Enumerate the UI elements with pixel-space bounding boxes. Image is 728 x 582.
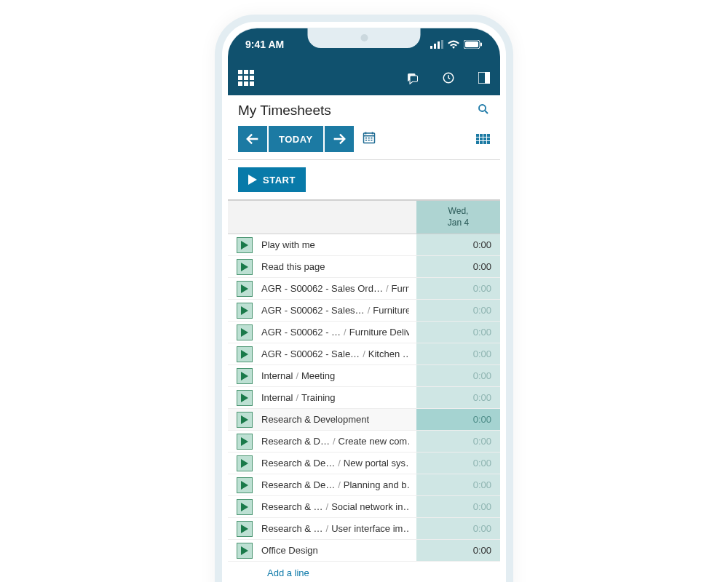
timesheet-row[interactable]: AGR - S00062 - … / Furniture Deliv…0:00 xyxy=(228,322,500,343)
row-time[interactable]: 0:00 xyxy=(416,365,500,386)
play-icon[interactable] xyxy=(237,455,253,471)
svg-marker-32 xyxy=(241,394,248,402)
row-time[interactable]: 0:00 xyxy=(416,431,500,452)
date-column-header: Wed, Jan 4 xyxy=(416,201,500,234)
row-label: Research & … / Social network in… xyxy=(261,501,409,512)
play-icon[interactable] xyxy=(237,281,253,297)
play-icon[interactable] xyxy=(237,390,253,406)
svg-marker-36 xyxy=(241,481,248,490)
svg-marker-27 xyxy=(241,284,248,293)
row-time[interactable]: 0:00 xyxy=(416,300,500,321)
timesheet-row[interactable]: Research & D… / Create new com…0:00 xyxy=(228,431,500,453)
row-label: Research & Development xyxy=(261,414,369,425)
timesheet-row[interactable]: Read this page0:00 xyxy=(228,256,500,278)
row-time[interactable]: 0:00 xyxy=(416,540,500,561)
play-icon[interactable] xyxy=(237,346,253,362)
play-icon[interactable] xyxy=(237,324,253,340)
svg-marker-39 xyxy=(241,546,248,555)
timesheet-row[interactable]: Research & De… / Planning and b…0:00 xyxy=(228,474,500,496)
play-icon[interactable] xyxy=(237,543,253,559)
signal-icon xyxy=(430,40,443,49)
row-time[interactable]: 0:00 xyxy=(416,343,500,364)
svg-rect-0 xyxy=(430,46,432,49)
row-label: Research & De… / Planning and b… xyxy=(261,479,409,490)
clock-icon[interactable] xyxy=(442,71,455,84)
svg-marker-33 xyxy=(241,415,248,424)
battery-icon xyxy=(464,40,483,49)
play-icon[interactable] xyxy=(237,368,253,384)
play-icon[interactable] xyxy=(237,259,253,275)
next-day-button[interactable] xyxy=(325,126,354,152)
prev-day-button[interactable] xyxy=(238,126,267,152)
app-bar xyxy=(228,60,500,95)
play-icon[interactable] xyxy=(237,303,253,319)
wifi-icon xyxy=(448,40,459,49)
row-time[interactable]: 0:00 xyxy=(416,453,500,474)
play-icon[interactable] xyxy=(237,412,253,428)
row-label: AGR - S00062 - Sales Ord… / Furn… xyxy=(261,283,409,294)
row-label: Research & … / User interface im… xyxy=(261,523,409,534)
timesheet-rows: Play with me0:00Read this page0:00AGR - … xyxy=(228,234,500,562)
row-time[interactable]: 0:00 xyxy=(416,518,500,539)
timesheet-row[interactable]: Research & Development0:00 xyxy=(228,409,500,431)
timesheet-row[interactable]: AGR - S00062 - Sales Ord… / Furn…0:00 xyxy=(228,278,500,300)
svg-rect-17 xyxy=(368,137,369,139)
row-time[interactable]: 0:00 xyxy=(416,496,500,517)
timesheet-row[interactable]: Internal / Meeting0:00 xyxy=(228,365,500,387)
row-label: Research & D… / Create new com… xyxy=(261,436,409,447)
row-label: AGR - S00062 - Sales… / Furniture… xyxy=(261,305,409,316)
svg-rect-16 xyxy=(365,137,366,139)
svg-rect-3 xyxy=(441,40,443,49)
timesheet-row[interactable]: AGR - S00062 - Sales… / Furniture…0:00 xyxy=(228,300,500,322)
row-time[interactable]: 0:00 xyxy=(416,474,500,495)
row-label: Internal / Meeting xyxy=(261,370,335,381)
svg-marker-34 xyxy=(241,437,248,446)
play-icon[interactable] xyxy=(237,499,253,515)
svg-rect-9 xyxy=(485,72,490,84)
add-line-button[interactable]: Add a line xyxy=(228,562,500,582)
row-label: Internal / Training xyxy=(261,392,335,403)
page-header: My Timesheets xyxy=(228,95,500,123)
play-icon[interactable] xyxy=(237,521,253,537)
svg-marker-28 xyxy=(241,306,248,315)
timesheet-row[interactable]: Research & … / Social network in…0:00 xyxy=(228,496,500,518)
timesheet-row[interactable]: Research & … / User interface im…0:00 xyxy=(228,518,500,540)
svg-marker-31 xyxy=(241,372,248,380)
calendar-icon[interactable] xyxy=(363,131,376,147)
play-icon[interactable] xyxy=(237,237,253,253)
timesheet-row[interactable]: Internal / Training0:00 xyxy=(228,387,500,409)
svg-rect-21 xyxy=(371,140,372,141)
page-title: My Timesheets xyxy=(238,103,331,119)
svg-marker-29 xyxy=(241,328,248,337)
svg-rect-20 xyxy=(368,140,369,141)
timesheet-row[interactable]: Play with me0:00 xyxy=(228,234,500,256)
timesheet-row[interactable]: Research & De… / New portal sys…0:00 xyxy=(228,453,500,474)
search-icon[interactable] xyxy=(477,103,490,119)
play-icon[interactable] xyxy=(237,434,253,450)
apps-grid-icon[interactable] xyxy=(238,70,254,86)
svg-rect-6 xyxy=(480,43,482,47)
svg-point-10 xyxy=(479,105,486,111)
play-icon[interactable] xyxy=(237,477,253,493)
row-time[interactable]: 0:00 xyxy=(416,387,500,408)
row-time[interactable]: 0:00 xyxy=(416,278,500,299)
row-time[interactable]: 0:00 xyxy=(416,234,500,255)
start-timer-button[interactable]: START xyxy=(238,167,306,192)
svg-line-11 xyxy=(485,111,488,113)
today-button[interactable]: TODAY xyxy=(269,126,323,152)
row-time[interactable]: 0:00 xyxy=(416,322,500,343)
timesheet-row[interactable]: AGR - S00062 - Sale… / Kitchen …0:00 xyxy=(228,343,500,365)
svg-marker-30 xyxy=(241,350,248,359)
chat-icon[interactable] xyxy=(405,71,419,84)
timesheet-row[interactable]: Office Design0:00 xyxy=(228,540,500,562)
table-header: Wed, Jan 4 xyxy=(228,201,500,234)
svg-rect-19 xyxy=(365,140,366,141)
svg-marker-38 xyxy=(241,525,248,533)
view-grid-icon[interactable] xyxy=(476,134,490,144)
row-time[interactable]: 0:00 xyxy=(416,256,500,277)
row-label: Office Design xyxy=(261,545,318,556)
svg-rect-18 xyxy=(371,137,372,139)
panel-icon[interactable] xyxy=(478,72,490,84)
row-label: AGR - S00062 - … / Furniture Deliv… xyxy=(261,327,409,338)
row-time[interactable]: 0:00 xyxy=(416,409,500,430)
